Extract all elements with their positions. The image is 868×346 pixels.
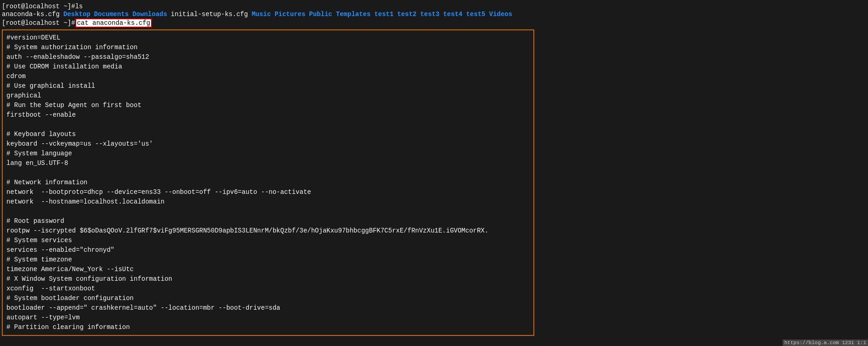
ls-documents: Documents (94, 11, 129, 18)
ls-test3: test3 (420, 11, 439, 18)
ls-test5: test5 (466, 11, 485, 18)
ls-cmd: ls (75, 3, 83, 10)
ls-results: anaconda-ks.cfg Desktop Documents Downlo… (2, 11, 866, 18)
ls-music: Music (252, 11, 271, 18)
prompt-cat: [root@localhost ~]# (2, 19, 75, 27)
ls-test2: test2 (397, 11, 416, 18)
ls-downloads: Downloads (132, 11, 167, 18)
terminal: [root@localhost ~]# ls anaconda-ks.cfg D… (0, 0, 868, 346)
prompt-ls: [root@localhost ~]# (2, 3, 75, 10)
ls-output-row: [root@localhost ~]# ls (2, 3, 866, 10)
status-text: https://blog.a.com 1231 1:1 (784, 340, 866, 346)
cat-command-input[interactable]: cat anaconda-ks.cfg (75, 18, 152, 28)
ls-initial-setup: initial-setup-ks.cfg (171, 11, 248, 18)
ls-test4: test4 (443, 11, 462, 18)
ls-templates: Templates (336, 11, 371, 18)
ls-pictures: Pictures (274, 11, 305, 18)
ls-public: Public (309, 11, 332, 18)
cat-command-line: [root@localhost ~]# cat anaconda-ks.cfg (2, 18, 866, 28)
ls-videos: Videos (489, 11, 512, 18)
status-bar: https://blog.a.com 1231 1:1 (783, 340, 868, 346)
ls-test1: test1 (374, 11, 393, 18)
ls-anaconda-ks: anaconda-ks.cfg (2, 11, 60, 18)
ls-desktop: Desktop (63, 11, 90, 18)
file-content-display: #version=DEVEL # System authorization in… (2, 29, 534, 336)
